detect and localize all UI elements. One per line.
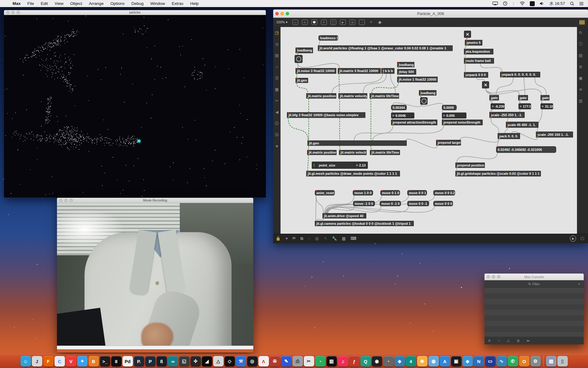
left-sidebar-icon-7[interactable]: ◀ (273, 106, 281, 118)
patch-box-177.5[interactable]: ▶177.5 (518, 103, 531, 109)
dock-app-app[interactable]: ✣ (190, 356, 201, 366)
patch-box-loadbang[interactable]: loadbang (419, 90, 436, 95)
dock-app-puredata[interactable]: Pd (123, 356, 133, 366)
bottom-icon-8[interactable]: ▥ (342, 236, 345, 241)
patch-box-jit.matrix[interactable]: jit.matrix velocity (339, 150, 367, 155)
patch-box-jit.matrix[interactable]: jit.matrix lifeTime (370, 150, 400, 155)
patch-box-move[interactable]: move 0 -1 0 (380, 201, 401, 206)
dock-app-firefox[interactable]: F (43, 356, 54, 366)
menu-item-object[interactable]: Object (67, 1, 85, 6)
dock-app-app[interactable]: ß (156, 356, 167, 366)
left-sidebar-icon-6[interactable]: ✂ (273, 95, 281, 106)
dock-app-tv[interactable]: ▭ (485, 356, 496, 366)
dock-app-app[interactable]: ▣ (451, 356, 462, 366)
console-message-list[interactable] (484, 288, 584, 337)
right-sidebar-icon-4[interactable]: ▣ (577, 72, 584, 84)
patch-box-unpack[interactable]: unpack 0. 0. 0. 0. 0. 0. (500, 72, 540, 77)
menu-item-debug[interactable]: Debug (128, 1, 147, 6)
right-sidebar-icon-1[interactable]: ⓘ (577, 38, 584, 50)
dock-app-terminal[interactable]: >_ (100, 356, 110, 366)
patch-box-move[interactable]: move 0 1 0 (380, 190, 400, 195)
dock-app-app[interactable]: ◔ (315, 356, 326, 366)
toolbar-icon-2[interactable]: 💬 (311, 20, 317, 25)
dock-app-app[interactable]: ✆ (508, 356, 518, 366)
patch-box-jit.gl.camera[interactable]: jit.gl.camera particles @lookat 0 0 0 @l… (315, 221, 414, 226)
particles-titlebar[interactable]: particles (4, 10, 266, 15)
menu-clock[interactable]: 水 16:57 (549, 1, 565, 6)
right-sidebar-icon-3[interactable]: ≣ (577, 61, 584, 72)
dock-app-app[interactable]: ✂ (304, 356, 314, 366)
dock-app-app[interactable]: 4 (406, 356, 416, 366)
patch-box-gate[interactable]: gate (518, 95, 528, 100)
right-sidebar-icon-2[interactable]: ▤ (577, 50, 584, 61)
bottom-icon-3[interactable]: ⧉ (300, 236, 303, 241)
movie-controls-strip[interactable] (57, 346, 253, 349)
dock-app-app[interactable]: J (32, 356, 42, 366)
patch-box-route[interactable]: route frame ball (464, 58, 494, 63)
right-sidebar-icon-5[interactable]: ≋ (577, 84, 584, 95)
stepper-icon[interactable]: ▲▼ (312, 162, 316, 168)
patch-box-qmetro[interactable]: qmetro 5 (465, 40, 482, 45)
left-sidebar-icon-10[interactable]: ★ (273, 140, 281, 152)
patch-box-prepend[interactable]: prepend noiseStrength (442, 120, 483, 125)
patch-box-jit.bfg[interactable]: jit.bfg 3 float32 10000 @basis noise.sim… (287, 112, 365, 118)
toolbar-icon-5[interactable]: ▶ (340, 20, 346, 25)
toolbar-icon-3[interactable]: ✕ (321, 20, 327, 25)
dock-app-xcode[interactable]: ⚒ (236, 356, 246, 366)
dock-app-app[interactable]: ◈ (462, 356, 473, 366)
left-sidebar-icon-8[interactable]: Ⓤ (273, 118, 281, 129)
patch-box-pack[interactable]: pack 0. 0. 0. (498, 133, 520, 139)
patch-box-scale[interactable]: scale 45 450 -1. 1. (506, 122, 538, 128)
dock-app-app[interactable]: ✎ (281, 356, 292, 366)
dock-app-music[interactable]: ♫ (338, 356, 348, 366)
bluetooth-icon[interactable]: ᛒ (512, 1, 515, 6)
menu-item-file[interactable]: File (24, 1, 37, 6)
patch-box-b15[interactable] (420, 97, 428, 105)
patch-box-jit.noise[interactable]: jit.noise 3 float32 10000 (296, 68, 336, 74)
menu-item-edit[interactable]: Edit (37, 1, 51, 6)
dock-app-photos[interactable]: ❀ (417, 356, 428, 366)
dock-app-app[interactable]: ◍ (428, 356, 439, 366)
patch-box-0.005[interactable]: ▶0.005 (442, 113, 466, 118)
dock-app-app[interactable]: ◢ (202, 356, 212, 366)
dock-app-app[interactable]: ◆ (394, 356, 405, 366)
patch-box-0.02492[interactable]: 0.02492 -0.345692 -0.321005 (496, 146, 556, 153)
patch-box-delay[interactable]: delay 500 (397, 69, 416, 75)
bottom-icon-2[interactable]: ⛿ (293, 236, 296, 241)
patch-box-jit.gl.gridshape[interactable]: jit.gl.gridshape particles @scale 0.02 @… (455, 171, 541, 176)
patch-box-aka.leapmotion[interactable]: aka.leapmotion (464, 49, 493, 54)
dock-app-trash[interactable]: ▯ (557, 356, 568, 366)
patch-box-jit.noise[interactable]: jit.noise 1 float32 10000 (397, 77, 438, 82)
patch-box-t23[interactable]: ✕ (464, 31, 471, 38)
bottom-icon-1[interactable]: ⌖ (285, 236, 288, 241)
dock-app-app[interactable]: B (89, 356, 99, 366)
patcher-titlebar[interactable]: Particle_A_006 (273, 10, 588, 18)
menu-item-max[interactable]: Max (9, 1, 24, 6)
toolbar-icon-7[interactable]: ◔ (359, 20, 365, 25)
toolbar-icon-0[interactable]: ▭ (292, 20, 298, 25)
patcher-canvas[interactable]: loadmess 1jit.world particles @floating … (281, 27, 577, 234)
attrui-value[interactable]: 2.13 (359, 163, 366, 167)
particles-render-canvas[interactable] (4, 15, 266, 197)
left-sidebar-icon-1[interactable]: ◎ (273, 38, 281, 50)
volume-icon[interactable] (540, 2, 545, 6)
left-sidebar-icon-0[interactable]: ◳ (273, 27, 281, 38)
console-titlebar[interactable]: Max Console (484, 274, 584, 280)
dock-app-vivaldi[interactable]: V (66, 356, 76, 366)
patch-box-jit.matrix[interactable]: jit.matrix position (306, 93, 336, 98)
patch-box-scale[interactable]: scale -200 150 1. -1. (536, 132, 573, 137)
patch-box-0.00344[interactable]: 0.00344 (391, 105, 407, 110)
dock-app-unity[interactable]: ◇ (224, 356, 235, 366)
patch-box-0.0009[interactable]: 0.0009 (442, 105, 457, 110)
patch-box-jit.matrix[interactable]: jit.matrix lifeTime (370, 93, 399, 98)
dock-app-settings[interactable]: ⚙ (530, 356, 541, 366)
menu-item-help[interactable]: Help (187, 1, 202, 6)
dock-app-app[interactable]: P (145, 356, 156, 366)
dock-app-app[interactable]: ∿ (496, 356, 507, 366)
patch-box-jit.gl.mesh[interactable]: jit.gl.mesh particles @draw_mode points … (306, 171, 400, 176)
patch-box-prepend[interactable]: prepend attractionStrength (391, 120, 437, 125)
patch-box-point_size[interactable]: ▲▼point_size▶2.13 (312, 162, 368, 169)
run-button[interactable]: ▶ (570, 236, 576, 242)
left-sidebar-icon-5[interactable]: ▦ (273, 84, 281, 95)
left-sidebar-icon-2[interactable]: ▤ (273, 50, 281, 61)
